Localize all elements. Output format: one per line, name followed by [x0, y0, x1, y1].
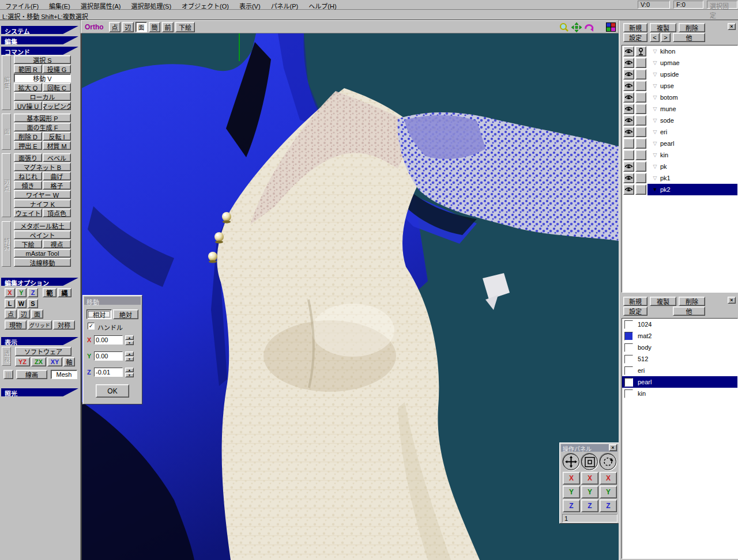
- show-faces-toggle[interactable]: 面: [135, 22, 147, 32]
- y-spin-up-icon[interactable]: ▲: [125, 351, 134, 356]
- object-row[interactable]: ▽▼ pk1: [622, 172, 737, 184]
- rotate-view-tool-icon[interactable]: [584, 22, 594, 32]
- object-row[interactable]: ▽▼ upse: [622, 80, 737, 92]
- cmd-normal-move-button[interactable]: 法線移動: [14, 258, 71, 267]
- expand-triangle-icon[interactable]: ▽▼: [651, 118, 659, 123]
- cmd-range-button[interactable]: 範囲 R: [14, 65, 42, 73]
- object-row[interactable]: ▽▼ pearl: [622, 138, 737, 149]
- coord-world-toggle[interactable]: W: [16, 299, 27, 308]
- expand-triangle-icon[interactable]: ▽▼: [651, 106, 659, 112]
- material-color-swatch[interactable]: [624, 355, 633, 364]
- view-zx-toggle[interactable]: ZX: [31, 357, 46, 366]
- menu-item[interactable]: 選択部処理(S): [126, 0, 176, 10]
- material-color-swatch[interactable]: [624, 389, 633, 398]
- symmetry-button[interactable]: 対称: [53, 320, 75, 330]
- lock-toggle[interactable]: [635, 115, 646, 126]
- object-panel-close-icon[interactable]: ×: [728, 23, 736, 30]
- expand-triangle-icon[interactable]: ▽▼: [651, 60, 659, 66]
- menu-item[interactable]: ファイル(F): [0, 0, 44, 10]
- object-next-button[interactable]: >: [661, 33, 671, 42]
- object-prev-button[interactable]: <: [650, 33, 660, 42]
- material-row[interactable]: 512: [622, 353, 737, 365]
- cmd-local-button[interactable]: ローカル: [14, 92, 71, 101]
- lock-toggle[interactable]: [635, 173, 646, 183]
- expand-triangle-icon[interactable]: ▽▼: [651, 48, 659, 54]
- cmd-material-button[interactable]: 材質 M: [43, 141, 71, 150]
- lock-toggle[interactable]: [635, 81, 646, 91]
- operation-panel-close-icon[interactable]: ×: [609, 444, 617, 451]
- cmd-vertex-color-button[interactable]: 頂点色: [43, 209, 71, 217]
- coord-screen-toggle[interactable]: S: [28, 299, 38, 308]
- select-edge-toggle[interactable]: 辺: [18, 309, 30, 319]
- menu-item[interactable]: オブジェクト(O): [176, 0, 234, 10]
- material-row[interactable]: kin: [622, 388, 737, 399]
- cmd-select-button[interactable]: 選択 S: [14, 55, 71, 64]
- front-view-button[interactable]: 前: [162, 22, 174, 32]
- expand-triangle-icon[interactable]: ▽▼: [651, 152, 659, 158]
- material-row[interactable]: body: [622, 342, 737, 353]
- cmd-create-face-button[interactable]: 面の生成 F: [14, 123, 71, 131]
- visibility-eye-toggle[interactable]: [623, 58, 634, 68]
- cmd-rotate-button[interactable]: 回転 C: [43, 83, 71, 92]
- menu-item[interactable]: 編集(E): [44, 0, 76, 10]
- object-duplicate-button[interactable]: 複製: [650, 23, 676, 32]
- lock-toggle[interactable]: [635, 69, 646, 80]
- axis-z-toggle[interactable]: Z: [28, 288, 38, 297]
- zoom-tool-icon[interactable]: [559, 22, 569, 32]
- move-dialog-title[interactable]: 移動: [84, 297, 141, 305]
- show-edges-toggle[interactable]: 辺: [122, 22, 134, 32]
- material-row[interactable]: eri: [622, 365, 737, 376]
- material-color-swatch[interactable]: [624, 320, 633, 329]
- view-xy-toggle[interactable]: XY: [47, 357, 62, 366]
- z-spin-up-icon[interactable]: ▲: [125, 368, 134, 372]
- visibility-eye-toggle[interactable]: [623, 46, 634, 56]
- y-value-input[interactable]: [94, 351, 123, 361]
- cmd-scale-button[interactable]: 拡大 Q: [14, 83, 42, 92]
- material-color-swatch[interactable]: [624, 332, 633, 340]
- visibility-eye-toggle[interactable]: [623, 161, 634, 172]
- lock-toggle[interactable]: [635, 104, 646, 114]
- sidebar-header-command[interactable]: コマンド: [1, 47, 78, 55]
- x-spin-up-icon[interactable]: ▲: [125, 335, 134, 340]
- object-row[interactable]: ▽▼ eri: [622, 126, 737, 138]
- show-points-toggle[interactable]: 点: [109, 22, 121, 32]
- cmd-knife-button[interactable]: ナイフ K: [14, 199, 71, 208]
- cmd-magnet-button[interactable]: マグネット B: [14, 162, 71, 171]
- select-face-toggle[interactable]: 面: [31, 309, 43, 319]
- axis-y-toggle[interactable]: Y: [16, 288, 27, 297]
- operation-panel[interactable]: 操作パネル × X X: [559, 442, 619, 524]
- material-other-button[interactable]: 他: [673, 307, 705, 316]
- x-spin-down-icon[interactable]: ▼: [125, 340, 134, 345]
- visibility-eye-toggle[interactable]: [623, 115, 634, 126]
- rope-mode-toggle[interactable]: 縄: [58, 288, 71, 297]
- cmd-metaball-button[interactable]: メタボール粘土: [14, 221, 71, 230]
- range-mode-toggle[interactable]: 範: [43, 288, 57, 297]
- op-move-x-button[interactable]: X: [563, 472, 580, 485]
- object-row[interactable]: ▽▼ kin: [622, 149, 737, 161]
- expand-triangle-icon[interactable]: ▽▼: [651, 141, 659, 146]
- op-scale-x-button[interactable]: X: [581, 472, 598, 485]
- object-row[interactable]: ▽▼ pk2: [622, 184, 737, 195]
- op-move-y-button[interactable]: Y: [563, 486, 580, 498]
- material-color-swatch[interactable]: [624, 343, 633, 352]
- visibility-eye-toggle[interactable]: [623, 184, 634, 195]
- underlay-toggle[interactable]: 下絵: [175, 22, 195, 32]
- expand-triangle-icon[interactable]: ▽▼: [651, 129, 659, 135]
- wire-bars-icon[interactable]: |||: [3, 370, 13, 379]
- cmd-mapping-button[interactable]: マッピング: [43, 101, 71, 110]
- object-row[interactable]: ▽▼ mune: [622, 103, 737, 115]
- material-color-swatch[interactable]: [624, 378, 633, 387]
- wireframe-toggle[interactable]: 線画: [16, 370, 47, 379]
- lock-toggle[interactable]: [635, 138, 646, 149]
- menu-item[interactable]: 表示(V): [234, 0, 266, 10]
- visibility-eye-toggle[interactable]: [623, 92, 634, 103]
- visibility-eye-toggle[interactable]: [623, 69, 634, 80]
- relative-mode-button[interactable]: 相対: [86, 309, 112, 319]
- object-row[interactable]: ▽▼ pk: [622, 161, 737, 172]
- object-row[interactable]: ▽▼ botom: [622, 92, 737, 103]
- expand-triangle-icon[interactable]: ▽▼: [651, 71, 659, 77]
- menu-item[interactable]: 選択部属性(A): [76, 0, 126, 10]
- material-panel-close-icon[interactable]: ×: [728, 297, 736, 304]
- cmd-viewpoint-button[interactable]: 視点: [43, 240, 71, 248]
- op-move-z-button[interactable]: Z: [563, 500, 580, 512]
